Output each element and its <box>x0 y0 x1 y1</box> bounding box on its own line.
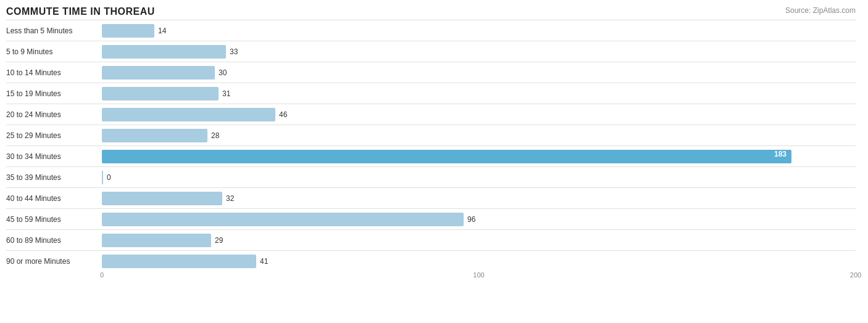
bar-row: 90 or more Minutes41 <box>6 250 856 271</box>
bar-label: 60 to 89 Minutes <box>6 236 102 245</box>
bar-label: 90 or more Minutes <box>6 257 102 266</box>
bar-value: 29 <box>215 236 223 245</box>
bar-value: 0 <box>107 173 111 182</box>
bar-track: 32 <box>102 192 856 205</box>
bar-row: 20 to 24 Minutes46 <box>6 104 856 125</box>
bar-value: 96 <box>467 215 475 224</box>
bar-row: Less than 5 Minutes14 <box>6 20 856 41</box>
bar-fill <box>102 87 219 100</box>
bar-value: 31 <box>222 89 230 98</box>
bar-track: 28 <box>102 129 856 142</box>
bar-value: 46 <box>279 110 287 119</box>
bar-fill <box>102 108 275 121</box>
bar-fill <box>102 234 211 247</box>
bar-track: 33 <box>102 45 856 59</box>
bar-row: 40 to 44 Minutes32 <box>6 187 856 208</box>
bar-value: 33 <box>230 47 238 56</box>
bar-track: 14 <box>102 24 856 38</box>
bar-label: Less than 5 Minutes <box>6 27 102 35</box>
bar-track: 41 <box>102 255 856 268</box>
bar-row: 15 to 19 Minutes31 <box>6 83 856 104</box>
bars-area: Less than 5 Minutes145 to 9 Minutes3310 … <box>6 20 856 271</box>
bar-track: 30 <box>102 66 856 80</box>
bar-row: 35 to 39 Minutes0 <box>6 166 856 187</box>
bar-row: 30 to 34 Minutes183 <box>6 145 856 166</box>
bar-fill <box>102 213 464 226</box>
bar-fill <box>102 45 226 59</box>
bar-label: 40 to 44 Minutes <box>6 194 102 203</box>
bar-value: 30 <box>219 68 227 77</box>
bar-fill <box>102 24 154 38</box>
bar-track: 0 <box>102 171 856 184</box>
bar-fill: 183 <box>102 150 791 163</box>
bar-fill <box>102 171 103 184</box>
bar-track: 183 <box>102 150 856 163</box>
bar-label: 35 to 39 Minutes <box>6 173 102 182</box>
bar-track: 29 <box>102 234 856 247</box>
x-tick: 100 <box>473 271 484 279</box>
bar-row: 25 to 29 Minutes28 <box>6 125 856 145</box>
bar-value: 14 <box>158 27 166 35</box>
bar-fill <box>102 129 207 142</box>
bar-value: 28 <box>211 131 219 140</box>
bar-label: 20 to 24 Minutes <box>6 110 102 119</box>
bar-label: 45 to 59 Minutes <box>6 215 102 224</box>
bar-fill <box>102 192 222 205</box>
x-axis: 0100200 <box>102 271 856 284</box>
bar-track: 96 <box>102 213 856 226</box>
chart-title: COMMUTE TIME IN THOREAU <box>6 6 856 17</box>
source-label: Source: ZipAtlas.com <box>785 6 856 15</box>
x-tick: 0 <box>100 271 104 279</box>
bar-value: 32 <box>226 194 234 203</box>
x-tick: 200 <box>850 271 861 279</box>
bar-label: 5 to 9 Minutes <box>6 47 102 56</box>
bar-row: 60 to 89 Minutes29 <box>6 229 856 250</box>
bar-fill <box>102 66 215 80</box>
bar-row: 5 to 9 Minutes33 <box>6 41 856 62</box>
bar-row: 10 to 14 Minutes30 <box>6 62 856 83</box>
bar-label: 30 to 34 Minutes <box>6 152 102 161</box>
bar-track: 46 <box>102 108 856 121</box>
bar-label: 25 to 29 Minutes <box>6 131 102 140</box>
bar-value: 41 <box>260 257 268 266</box>
bar-fill <box>102 255 256 268</box>
bar-value-inside: 183 <box>774 150 787 158</box>
bar-row: 45 to 59 Minutes96 <box>6 208 856 229</box>
bar-label: 15 to 19 Minutes <box>6 89 102 98</box>
bar-label: 10 to 14 Minutes <box>6 68 102 77</box>
bar-track: 31 <box>102 87 856 100</box>
chart-container: COMMUTE TIME IN THOREAU Source: ZipAtlas… <box>0 0 868 323</box>
